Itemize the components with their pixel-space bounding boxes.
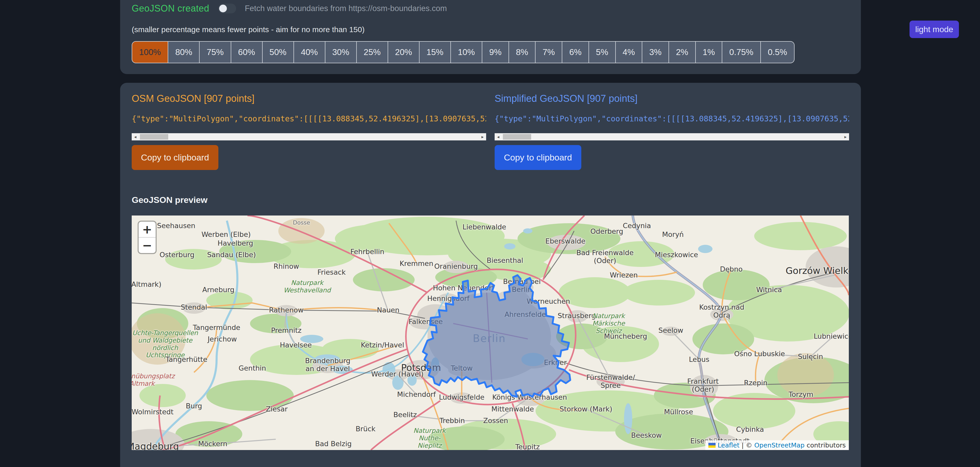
zoom-out-button[interactable]: −	[138, 238, 156, 253]
scrollbar-thumb[interactable]	[503, 134, 531, 140]
percent-option-80%[interactable]: 80%	[168, 41, 199, 63]
percent-option-60%[interactable]: 60%	[231, 41, 262, 63]
percent-option-1%[interactable]: 1%	[695, 41, 722, 63]
percent-option-2%[interactable]: 2%	[669, 41, 695, 63]
map-zoom-control: + −	[138, 222, 156, 253]
percent-option-8%[interactable]: 8%	[509, 41, 536, 63]
percent-option-6%[interactable]: 6%	[562, 41, 589, 63]
percent-option-40%[interactable]: 40%	[294, 41, 325, 63]
attribution-separator: |	[741, 442, 744, 449]
percent-option-0.75%[interactable]: 0.75%	[722, 41, 760, 63]
percent-option-20%[interactable]: 20%	[388, 41, 419, 63]
scrollbar-thumb[interactable]	[140, 134, 168, 140]
percentage-note: (smaller percentage means fewer points -…	[132, 25, 364, 34]
percent-option-5%[interactable]: 5%	[589, 41, 616, 63]
scroll-left-icon[interactable]: ◂	[495, 133, 502, 140]
map-attribution: Leaflet | © OpenStreetMap contributors	[705, 440, 849, 450]
light-mode-button[interactable]: light mode	[910, 21, 959, 38]
percent-option-10%[interactable]: 10%	[451, 41, 482, 63]
copy-osm-button[interactable]: Copy to clipboard	[132, 145, 218, 170]
toggle-knob-icon	[219, 5, 227, 12]
leaflet-link[interactable]: Leaflet	[718, 442, 740, 449]
zoom-in-button[interactable]: +	[138, 222, 156, 238]
status-row: GeoJSON created Fetch water boundaries f…	[132, 3, 447, 14]
percent-option-0.5%[interactable]: 0.5%	[760, 41, 795, 63]
status-text: GeoJSON created	[132, 3, 209, 14]
percent-option-9%[interactable]: 9%	[482, 41, 509, 63]
boundary-overlay	[132, 216, 849, 450]
percent-option-7%[interactable]: 7%	[535, 41, 562, 63]
scroll-right-icon[interactable]: ▸	[842, 133, 849, 140]
percent-option-25%[interactable]: 25%	[356, 41, 388, 63]
ukraine-flag-icon	[708, 443, 716, 448]
scroll-right-icon[interactable]: ▸	[479, 133, 486, 140]
simplified-geojson-title: Simplified GeoJSON [907 points]	[495, 93, 638, 104]
osm-json-scrollbar[interactable]: ◂ ▸	[132, 133, 486, 140]
output-panel: OSM GeoJSON [907 points] {"type":"MultiP…	[120, 83, 861, 467]
openstreetmap-link[interactable]: OpenStreetMap	[754, 442, 805, 449]
percent-option-4%[interactable]: 4%	[616, 41, 642, 63]
percent-option-50%[interactable]: 50%	[262, 41, 294, 63]
water-boundaries-label: Fetch water boundaries from https://osm-…	[245, 4, 447, 13]
osm-geojson-code: {"type":"MultiPolygon","coordinates":[[[…	[132, 114, 486, 123]
copy-simplified-button[interactable]: Copy to clipboard	[495, 145, 581, 170]
water-boundaries-toggle[interactable]	[218, 3, 236, 13]
percent-option-15%[interactable]: 15%	[419, 41, 451, 63]
percent-option-30%[interactable]: 30%	[325, 41, 356, 63]
preview-title: GeoJSON preview	[132, 195, 208, 205]
settings-panel: GeoJSON created Fetch water boundaries f…	[120, 0, 861, 74]
leaflet-map[interactable]: SeehausenWerben (Elbe)DosseHavelbergSand…	[132, 216, 849, 450]
percent-row: 100%80%75%60%50%40%30%25%20%15%10%9%8%7%…	[132, 41, 795, 63]
percent-option-100%[interactable]: 100%	[132, 41, 168, 63]
scroll-left-icon[interactable]: ◂	[132, 133, 139, 140]
simplified-json-scrollbar[interactable]: ◂ ▸	[495, 133, 849, 140]
page: GeoJSON created Fetch water boundaries f…	[0, 0, 980, 467]
berlin-boundary-polygon[interactable]	[423, 275, 570, 397]
copyright-symbol: ©	[746, 442, 752, 449]
contributors-text: contributors	[807, 442, 846, 449]
percent-option-75%[interactable]: 75%	[199, 41, 231, 63]
percent-option-3%[interactable]: 3%	[642, 41, 669, 63]
osm-geojson-title: OSM GeoJSON [907 points]	[132, 93, 255, 104]
simplified-geojson-code: {"type":"MultiPolygon","coordinates":[[[…	[495, 114, 849, 123]
